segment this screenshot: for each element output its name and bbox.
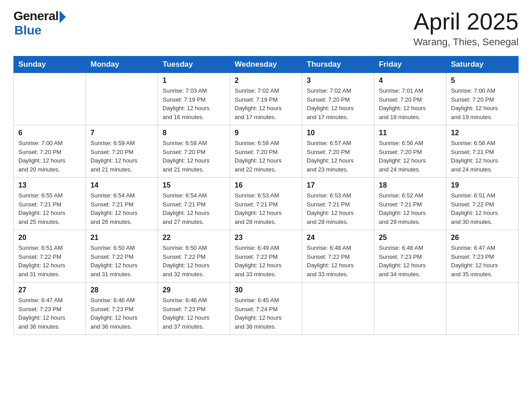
calendar-cell: 7Sunrise: 6:59 AM Sunset: 7:20 PM Daylig… xyxy=(86,125,158,178)
day-info: Sunrise: 6:56 AM Sunset: 7:21 PM Dayligh… xyxy=(451,139,514,174)
day-info: Sunrise: 6:56 AM Sunset: 7:20 PM Dayligh… xyxy=(379,139,442,174)
calendar-cell: 26Sunrise: 6:47 AM Sunset: 7:23 PM Dayli… xyxy=(446,230,519,283)
day-number: 16 xyxy=(235,181,297,189)
calendar-week-row: 6Sunrise: 7:00 AM Sunset: 7:20 PM Daylig… xyxy=(14,125,519,178)
day-number: 30 xyxy=(235,286,297,294)
month-year-title: April 2025 xyxy=(413,9,519,34)
day-number: 18 xyxy=(379,181,442,189)
calendar-cell: 11Sunrise: 6:56 AM Sunset: 7:20 PM Dayli… xyxy=(374,125,446,178)
calendar-cell: 24Sunrise: 6:48 AM Sunset: 7:22 PM Dayli… xyxy=(302,230,374,283)
calendar-header-row: SundayMondayTuesdayWednesdayThursdayFrid… xyxy=(14,56,519,73)
calendar-cell: 27Sunrise: 6:47 AM Sunset: 7:23 PM Dayli… xyxy=(14,283,86,335)
day-number: 15 xyxy=(163,181,225,189)
day-info: Sunrise: 7:02 AM Sunset: 7:19 PM Dayligh… xyxy=(235,86,297,121)
calendar-cell: 12Sunrise: 6:56 AM Sunset: 7:21 PM Dayli… xyxy=(446,125,519,178)
day-info: Sunrise: 6:53 AM Sunset: 7:21 PM Dayligh… xyxy=(307,191,369,226)
day-info: Sunrise: 6:51 AM Sunset: 7:22 PM Dayligh… xyxy=(18,244,81,278)
weekday-header-tuesday: Tuesday xyxy=(158,56,230,73)
calendar-cell xyxy=(86,73,158,125)
day-number: 21 xyxy=(90,234,153,242)
calendar-cell xyxy=(446,283,519,335)
calendar-cell: 13Sunrise: 6:55 AM Sunset: 7:21 PM Dayli… xyxy=(14,178,86,230)
calendar-cell xyxy=(302,283,374,335)
day-number: 20 xyxy=(18,234,81,242)
day-number: 7 xyxy=(90,129,153,137)
day-number: 24 xyxy=(307,234,369,242)
day-info: Sunrise: 6:59 AM Sunset: 7:20 PM Dayligh… xyxy=(90,139,153,174)
day-info: Sunrise: 7:00 AM Sunset: 7:20 PM Dayligh… xyxy=(18,139,81,174)
day-info: Sunrise: 6:48 AM Sunset: 7:22 PM Dayligh… xyxy=(307,244,369,278)
calendar-cell: 15Sunrise: 6:54 AM Sunset: 7:21 PM Dayli… xyxy=(158,178,230,230)
calendar-cell: 22Sunrise: 6:50 AM Sunset: 7:22 PM Dayli… xyxy=(158,230,230,283)
calendar-cell: 19Sunrise: 6:51 AM Sunset: 7:22 PM Dayli… xyxy=(446,178,519,230)
day-number: 8 xyxy=(163,129,225,137)
calendar-cell: 29Sunrise: 6:46 AM Sunset: 7:23 PM Dayli… xyxy=(158,283,230,335)
day-info: Sunrise: 6:49 AM Sunset: 7:22 PM Dayligh… xyxy=(235,244,297,278)
day-info: Sunrise: 6:55 AM Sunset: 7:21 PM Dayligh… xyxy=(18,191,81,226)
logo-blue-text: Blue xyxy=(14,23,42,38)
location-subtitle: Warang, Thies, Senegal xyxy=(413,36,519,48)
calendar-cell: 28Sunrise: 6:46 AM Sunset: 7:23 PM Dayli… xyxy=(86,283,158,335)
weekday-header-friday: Friday xyxy=(374,56,446,73)
day-number: 17 xyxy=(307,181,369,189)
calendar-week-row: 27Sunrise: 6:47 AM Sunset: 7:23 PM Dayli… xyxy=(14,283,519,335)
weekday-header-sunday: Sunday xyxy=(14,56,86,73)
day-number: 25 xyxy=(379,234,442,242)
calendar-cell: 18Sunrise: 6:52 AM Sunset: 7:21 PM Dayli… xyxy=(374,178,446,230)
logo-arrow-icon xyxy=(60,11,66,23)
day-info: Sunrise: 6:53 AM Sunset: 7:21 PM Dayligh… xyxy=(235,191,297,226)
day-number: 27 xyxy=(18,286,81,294)
calendar-cell: 9Sunrise: 6:58 AM Sunset: 7:20 PM Daylig… xyxy=(230,125,302,178)
day-number: 28 xyxy=(90,286,153,294)
day-number: 3 xyxy=(307,77,369,85)
day-info: Sunrise: 6:52 AM Sunset: 7:21 PM Dayligh… xyxy=(379,191,442,226)
day-number: 14 xyxy=(90,181,153,189)
calendar-cell: 2Sunrise: 7:02 AM Sunset: 7:19 PM Daylig… xyxy=(230,73,302,125)
day-info: Sunrise: 6:48 AM Sunset: 7:23 PM Dayligh… xyxy=(379,244,442,278)
logo-general-text: General xyxy=(13,9,59,23)
day-info: Sunrise: 6:50 AM Sunset: 7:22 PM Dayligh… xyxy=(163,244,225,278)
day-number: 1 xyxy=(163,77,225,85)
calendar-cell: 1Sunrise: 7:03 AM Sunset: 7:19 PM Daylig… xyxy=(158,73,230,125)
day-info: Sunrise: 7:01 AM Sunset: 7:20 PM Dayligh… xyxy=(379,86,442,121)
day-number: 6 xyxy=(18,129,81,137)
day-info: Sunrise: 6:54 AM Sunset: 7:21 PM Dayligh… xyxy=(163,191,225,226)
day-info: Sunrise: 6:51 AM Sunset: 7:22 PM Dayligh… xyxy=(451,191,514,226)
calendar-cell: 16Sunrise: 6:53 AM Sunset: 7:21 PM Dayli… xyxy=(230,178,302,230)
calendar-cell xyxy=(14,73,86,125)
day-info: Sunrise: 6:46 AM Sunset: 7:23 PM Dayligh… xyxy=(163,296,225,331)
day-number: 29 xyxy=(163,286,225,294)
calendar-cell: 4Sunrise: 7:01 AM Sunset: 7:20 PM Daylig… xyxy=(374,73,446,125)
day-info: Sunrise: 6:57 AM Sunset: 7:20 PM Dayligh… xyxy=(307,139,369,174)
day-number: 19 xyxy=(451,181,514,189)
calendar-cell: 23Sunrise: 6:49 AM Sunset: 7:22 PM Dayli… xyxy=(230,230,302,283)
calendar-cell xyxy=(374,283,446,335)
day-number: 10 xyxy=(307,129,369,137)
calendar-table: SundayMondayTuesdayWednesdayThursdayFrid… xyxy=(13,56,519,335)
day-info: Sunrise: 7:00 AM Sunset: 7:20 PM Dayligh… xyxy=(451,86,514,121)
day-info: Sunrise: 6:54 AM Sunset: 7:21 PM Dayligh… xyxy=(90,191,153,226)
day-info: Sunrise: 6:47 AM Sunset: 7:23 PM Dayligh… xyxy=(18,296,81,331)
day-number: 22 xyxy=(163,234,225,242)
day-info: Sunrise: 6:58 AM Sunset: 7:20 PM Dayligh… xyxy=(163,139,225,174)
calendar-cell: 5Sunrise: 7:00 AM Sunset: 7:20 PM Daylig… xyxy=(446,73,519,125)
day-info: Sunrise: 6:46 AM Sunset: 7:23 PM Dayligh… xyxy=(90,296,153,331)
day-info: Sunrise: 6:45 AM Sunset: 7:24 PM Dayligh… xyxy=(235,296,297,331)
calendar-cell: 6Sunrise: 7:00 AM Sunset: 7:20 PM Daylig… xyxy=(14,125,86,178)
day-info: Sunrise: 7:02 AM Sunset: 7:20 PM Dayligh… xyxy=(307,86,369,121)
day-number: 4 xyxy=(379,77,442,85)
day-info: Sunrise: 6:58 AM Sunset: 7:20 PM Dayligh… xyxy=(235,139,297,174)
day-info: Sunrise: 6:47 AM Sunset: 7:23 PM Dayligh… xyxy=(451,244,514,278)
day-number: 5 xyxy=(451,77,514,85)
title-block: April 2025 Warang, Thies, Senegal xyxy=(413,9,519,48)
day-number: 11 xyxy=(379,129,442,137)
day-info: Sunrise: 6:50 AM Sunset: 7:22 PM Dayligh… xyxy=(90,244,153,278)
weekday-header-thursday: Thursday xyxy=(302,56,374,73)
calendar-cell: 20Sunrise: 6:51 AM Sunset: 7:22 PM Dayli… xyxy=(14,230,86,283)
day-number: 2 xyxy=(235,77,297,85)
day-info: Sunrise: 7:03 AM Sunset: 7:19 PM Dayligh… xyxy=(163,86,225,121)
logo: General Blue xyxy=(13,9,66,38)
day-number: 26 xyxy=(451,234,514,242)
weekday-header-saturday: Saturday xyxy=(446,56,519,73)
day-number: 9 xyxy=(235,129,297,137)
